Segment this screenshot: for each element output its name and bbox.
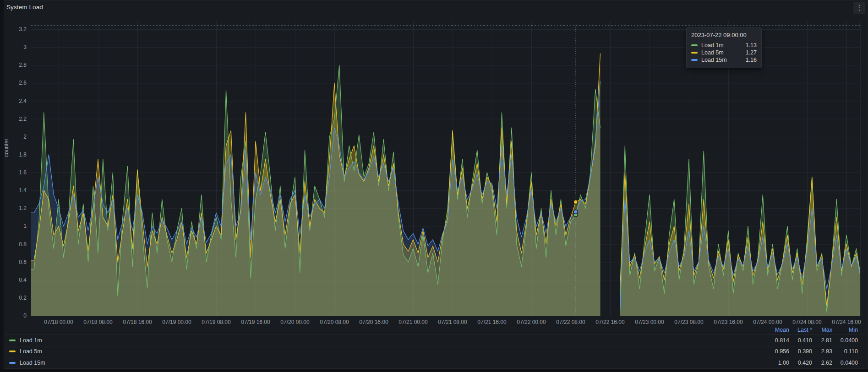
x-tick-label: 07/22 08:00 xyxy=(556,319,585,325)
x-tick-label: 07/18 16:00 xyxy=(123,319,152,325)
legend-stat-value: 0.410 xyxy=(789,337,812,344)
legend-stat-value: 2.93 xyxy=(812,348,832,355)
legend-stat-header-last[interactable]: Last * xyxy=(789,327,812,333)
tooltip-row: Load 1m1.13 xyxy=(691,42,757,49)
series-color-swatch-icon xyxy=(691,44,698,46)
tooltip-row: Load 5m1.27 xyxy=(691,49,757,56)
legend-row: Load 5m0.9560.3902.930.110 xyxy=(5,346,866,357)
legend-stat-header-min[interactable]: Min xyxy=(832,327,858,333)
tooltip-series-name: Load 5m xyxy=(701,49,746,56)
series-color-swatch-icon xyxy=(691,52,698,54)
legend-series-toggle[interactable]: Load 1m xyxy=(20,337,42,344)
tooltip-series-name: Load 15m xyxy=(701,57,746,63)
series-areas xyxy=(31,54,861,316)
legend-row: Load 15m1.000.4202.620.0400 xyxy=(5,357,866,368)
tooltip-timestamp: 2023-07-22 09:00:00 xyxy=(691,32,757,38)
legend-stat-value: 2.62 xyxy=(812,360,832,366)
grafana-panel: System Load ⋮ counter 00.20.40.60.811.21… xyxy=(0,0,868,372)
x-tick-label: 07/18 08:00 xyxy=(83,319,112,325)
chart-tooltip: 2023-07-22 09:00:00 Load 1m1.13Load 5m1.… xyxy=(686,27,762,68)
legend-header-row: MeanLast *MaxMin xyxy=(5,325,866,334)
legend-stat-value: 1.00 xyxy=(762,360,789,366)
x-tick-label: 07/19 00:00 xyxy=(162,319,191,325)
legend-row: Load 1m0.8140.4102.810.0400 xyxy=(5,334,866,346)
series-color-swatch-icon xyxy=(9,340,16,341)
hover-marker-load-5m xyxy=(573,200,578,204)
legend-stat-value: 0.0400 xyxy=(832,360,858,366)
series-area-load-15m xyxy=(620,199,862,316)
legend-stat-value: 0.956 xyxy=(762,348,789,355)
x-tick-label: 07/24 08:00 xyxy=(792,319,821,325)
x-tick-label: 07/22 00:00 xyxy=(517,319,546,325)
tooltip-series-value: 1.27 xyxy=(746,49,757,56)
legend-stat-header-mean[interactable]: Mean xyxy=(762,327,789,333)
x-tick-label: 07/20 00:00 xyxy=(280,319,309,325)
tooltip-series-value: 1.16 xyxy=(746,57,757,63)
series-color-swatch-icon xyxy=(691,59,698,61)
x-tick-label: 07/21 16:00 xyxy=(477,319,506,325)
legend-stat-value: 0.390 xyxy=(789,348,812,355)
series-color-swatch-icon xyxy=(9,350,16,352)
series-color-swatch-icon xyxy=(9,362,16,364)
legend-stat-value: 0.110 xyxy=(832,348,858,355)
x-tick-label: 07/24 00:00 xyxy=(753,319,782,325)
x-tick-label: 07/20 08:00 xyxy=(320,319,349,325)
x-tick-label: 07/24 16:00 xyxy=(832,319,861,325)
legend-stat-value: 2.81 xyxy=(812,337,832,344)
x-tick-label: 07/21 00:00 xyxy=(399,319,427,325)
x-tick-label: 07/23 16:00 xyxy=(714,319,742,325)
page-bottom-margin xyxy=(0,369,868,372)
x-tick-label: 07/20 16:00 xyxy=(359,319,388,325)
legend-series-toggle[interactable]: Load 15m xyxy=(20,360,45,366)
x-tick-label: 07/18 00:00 xyxy=(44,319,73,325)
legend-table: MeanLast *MaxMin Load 1m0.8140.4102.810.… xyxy=(5,325,866,369)
tooltip-series-value: 1.13 xyxy=(746,42,757,49)
x-tick-label: 07/23 08:00 xyxy=(674,319,703,325)
x-tick-label: 07/22 16:00 xyxy=(595,319,624,325)
tooltip-series-name: Load 1m xyxy=(701,42,746,49)
page-left-margin xyxy=(0,0,4,372)
x-tick-label: 07/19 16:00 xyxy=(241,319,270,325)
x-tick-label: 07/19 08:00 xyxy=(202,319,230,325)
x-tick-label: 07/23 00:00 xyxy=(635,319,664,325)
tooltip-row: Load 15m1.16 xyxy=(691,56,757,64)
hover-marker-load-15m xyxy=(573,210,578,214)
legend-series-toggle[interactable]: Load 5m xyxy=(20,348,42,355)
legend-stat-value: 0.420 xyxy=(789,360,812,366)
x-tick-label: 07/21 08:00 xyxy=(438,319,467,325)
legend-stat-value: 0.0400 xyxy=(832,337,858,344)
legend-stat-value: 0.814 xyxy=(762,337,789,344)
legend-stat-header-max[interactable]: Max xyxy=(812,327,832,333)
